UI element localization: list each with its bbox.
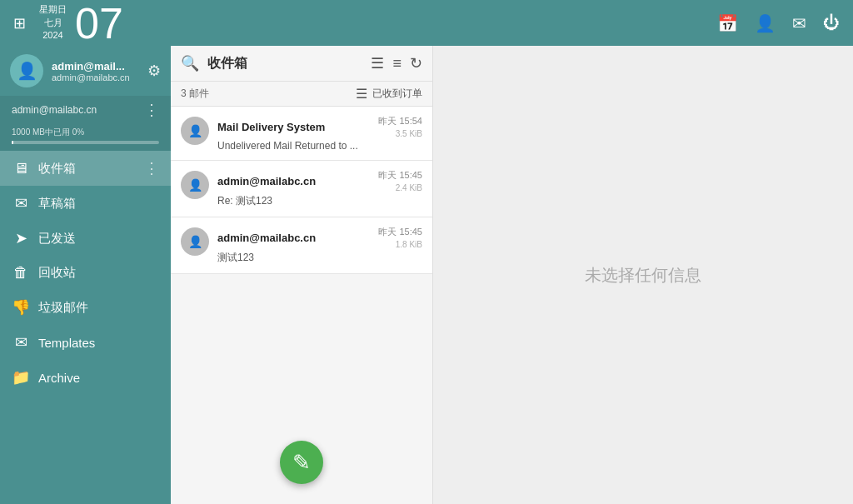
templates-label: Templates xyxy=(38,336,159,350)
user-email: admin@mail... xyxy=(52,60,139,72)
email-size: 1.8 KiB xyxy=(396,240,422,249)
sort-order-icon[interactable]: ☰ xyxy=(356,86,367,102)
storage-bar-fill xyxy=(12,141,13,144)
datetime-lines: 星期日 七月 2024 xyxy=(39,3,67,42)
email-header-row: Mail Delivery System 昨天 15:54 3.5 KiB xyxy=(217,115,422,138)
sent-label: 已发送 xyxy=(38,231,159,247)
no-message-label: 未选择任何信息 xyxy=(585,264,701,287)
inbox-label: 收件箱 xyxy=(38,161,136,177)
folder-title: 收件箱 xyxy=(207,55,362,72)
detail-pane: 未选择任何信息 xyxy=(433,46,853,504)
power-icon[interactable]: ⏻ xyxy=(823,13,840,32)
archive-label: Archive xyxy=(38,371,159,385)
spam-icon: 👎 xyxy=(12,298,30,317)
table-row[interactable]: 👤 admin@mailabc.cn 昨天 15:45 2.4 KiB Re: … xyxy=(171,161,432,217)
sidebar-user: 👤 admin@mail... admin@mailabc.cn ⚙ xyxy=(0,46,171,96)
header-right: 📅 👤 ✉ ⏻ xyxy=(717,13,840,33)
calendar-icon[interactable]: 📅 xyxy=(717,13,738,33)
expand-icon[interactable]: ⊞ xyxy=(13,14,26,32)
inbox-icon: 🖥 xyxy=(12,160,30,177)
email-content: admin@mailabc.cn 昨天 15:45 2.4 KiB Re: 测试… xyxy=(217,169,422,208)
email-subject: 测试123 xyxy=(217,251,422,265)
sidebar-item-spam[interactable]: 👎 垃圾邮件 xyxy=(0,290,171,325)
datetime-block: 星期日 七月 2024 07 xyxy=(39,2,123,45)
compose-icon: ✎ xyxy=(292,450,311,476)
inbox-more-icon[interactable]: ⋮ xyxy=(144,159,159,177)
email-size: 3.5 KiB xyxy=(396,129,422,138)
email-right: 昨天 15:45 1.8 KiB xyxy=(378,226,422,249)
table-row[interactable]: 👤 admin@mailabc.cn 昨天 15:45 1.8 KiB 测试12… xyxy=(171,217,432,274)
drafts-icon: ✉ xyxy=(12,194,30,212)
avatar: 👤 xyxy=(181,117,209,145)
email-sender: admin@mailabc.cn xyxy=(217,175,316,187)
sidebar-item-archive[interactable]: 📁 Archive xyxy=(0,360,171,395)
sidebar-item-sent[interactable]: ➤ 已发送 xyxy=(0,221,171,256)
sidebar-item-inbox[interactable]: 🖥 收件箱 ⋮ xyxy=(0,151,171,186)
templates-icon: ✉ xyxy=(12,333,30,352)
main-layout: 👤 admin@mail... admin@mailabc.cn ⚙ admin… xyxy=(0,46,853,504)
trash-icon: 🗑 xyxy=(12,264,30,282)
email-content: admin@mailabc.cn 昨天 15:45 1.8 KiB 测试123 xyxy=(217,226,422,265)
storage-label: 1000 MB中已用 0% xyxy=(12,127,159,138)
sort-label[interactable]: 已收到订单 xyxy=(372,87,422,101)
trash-label: 回收站 xyxy=(38,265,159,281)
contacts-icon[interactable]: 👤 xyxy=(755,13,776,33)
avatar: 👤 xyxy=(181,171,209,199)
email-sender: Mail Delivery System xyxy=(217,121,325,133)
compose-button[interactable]: ✎ xyxy=(280,441,323,484)
email-count: 3 邮件 xyxy=(181,87,209,101)
search-icon[interactable]: 🔍 xyxy=(181,54,199,72)
email-subject: Re: 测试123 xyxy=(217,194,422,208)
email-toolbar: 🔍 收件箱 ☰ ≡ ↻ xyxy=(171,46,432,82)
storage-bar-bg xyxy=(12,141,159,144)
sort-bar: 3 邮件 ☰ 已收到订单 xyxy=(171,82,432,107)
drafts-label: 草稿箱 xyxy=(38,196,159,212)
weekday-label: 星期日 xyxy=(39,3,67,16)
email-right: 昨天 15:45 2.4 KiB xyxy=(378,169,422,192)
sidebar-item-drafts[interactable]: ✉ 草稿箱 xyxy=(0,186,171,221)
day-number: 07 xyxy=(75,2,123,45)
email-sender: admin@mailabc.cn xyxy=(217,232,316,244)
email-list-pane: 🔍 收件箱 ☰ ≡ ↻ 3 邮件 ☰ 已收到订单 👤 Mail Delivery… xyxy=(171,46,433,504)
sidebar: 👤 admin@mail... admin@mailabc.cn ⚙ admin… xyxy=(0,46,171,504)
email-right: 昨天 15:54 3.5 KiB xyxy=(378,115,422,138)
email-time: 昨天 15:54 xyxy=(378,115,422,127)
email-header-row: admin@mailabc.cn 昨天 15:45 1.8 KiB xyxy=(217,226,422,249)
sent-icon: ➤ xyxy=(12,229,30,247)
account-row: admin@mailabc.cn ⋮ xyxy=(0,96,171,124)
user-email-sub: admin@mailabc.cn xyxy=(52,72,139,82)
sort-icon[interactable]: ≡ xyxy=(392,55,402,72)
mail-icon[interactable]: ✉ xyxy=(792,13,806,33)
month-label: 七月 xyxy=(39,17,67,29)
avatar: 👤 xyxy=(10,54,43,87)
email-content: Mail Delivery System 昨天 15:54 3.5 KiB Un… xyxy=(217,115,422,152)
refresh-icon[interactable]: ↻ xyxy=(410,54,422,72)
email-time: 昨天 15:45 xyxy=(378,226,422,238)
gear-icon[interactable]: ⚙ xyxy=(147,62,161,80)
account-name-label: admin@mailabc.cn xyxy=(12,104,97,116)
sidebar-item-templates[interactable]: ✉ Templates xyxy=(0,325,171,360)
top-header: ⊞ 星期日 七月 2024 07 📅 👤 ✉ ⏻ xyxy=(0,0,853,46)
email-size: 2.4 KiB xyxy=(396,183,422,192)
filter-icon[interactable]: ☰ xyxy=(371,54,384,72)
avatar: 👤 xyxy=(181,227,209,256)
email-subject: Undelivered Mail Returned to ... xyxy=(217,140,422,152)
header-left: ⊞ 星期日 七月 2024 07 xyxy=(13,2,123,45)
email-header-row: admin@mailabc.cn 昨天 15:45 2.4 KiB xyxy=(217,169,422,192)
storage-bar-wrap: 1000 MB中已用 0% xyxy=(0,124,171,151)
archive-icon: 📁 xyxy=(12,368,30,387)
account-more-icon[interactable]: ⋮ xyxy=(144,101,159,119)
email-time: 昨天 15:45 xyxy=(378,169,422,182)
user-info: admin@mail... admin@mailabc.cn xyxy=(52,60,139,82)
table-row[interactable]: 👤 Mail Delivery System 昨天 15:54 3.5 KiB … xyxy=(171,107,432,161)
year-label: 2024 xyxy=(39,29,67,42)
spam-label: 垃圾邮件 xyxy=(38,300,159,316)
sidebar-item-trash[interactable]: 🗑 回收站 xyxy=(0,256,171,290)
